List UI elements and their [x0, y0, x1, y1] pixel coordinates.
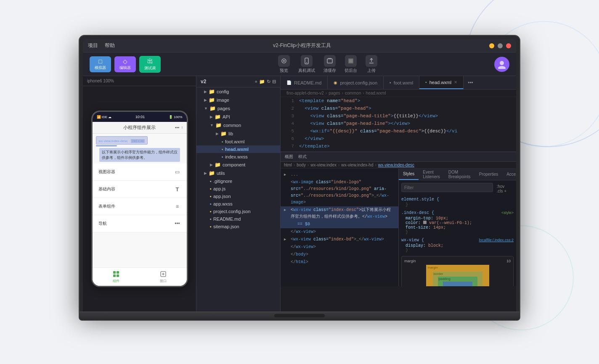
styles-tab-styles[interactable]: Styles: [399, 169, 419, 180]
tree-item-config[interactable]: ▶ 📁 config: [196, 87, 280, 96]
tree-item-image[interactable]: ▶ 📁 image: [196, 96, 280, 104]
console-tool[interactable]: 切后台: [345, 55, 357, 74]
html-crumb-index-hd[interactable]: wx-view.index-hd: [341, 163, 373, 167]
menu-item-project[interactable]: 项目: [88, 42, 98, 49]
wx-view-section: wx-view { localfile:/.index.css:2 displa…: [401, 238, 514, 253]
real-device-tool[interactable]: 真机调试: [298, 55, 315, 74]
phone-list-item-forms[interactable]: 表单组件 ≡: [93, 198, 187, 215]
minimize-button[interactable]: [489, 43, 494, 48]
phone-nav-interface[interactable]: 接口: [140, 270, 187, 283]
wxss-root-icon: ▪: [210, 201, 212, 206]
tree-item-index-wxss[interactable]: ▪ index.wxss: [196, 153, 280, 161]
html-crumb-index-desc[interactable]: wx-view.index-desc: [378, 163, 414, 167]
phone-title-icons: ••• ↑: [175, 125, 183, 130]
tree-item-appjson[interactable]: ▪ app.json: [196, 193, 280, 200]
styles-tab-event-listeners[interactable]: Event Listeners: [419, 169, 444, 180]
json-file-icon: ▪: [210, 194, 212, 199]
svg-point-7: [500, 61, 504, 65]
phone-list-item-nav[interactable]: 导航 •••: [93, 215, 187, 232]
breadcrumb-file[interactable]: head.wxml: [366, 91, 386, 95]
code-line-4: 4 <view class="page-head-line"></view>: [281, 120, 516, 127]
box-model-margin-box: margin - border - padding: [426, 265, 489, 286]
tab-head-wxml[interactable]: ▪ head.wxml ✕: [419, 76, 464, 89]
tree-item-api[interactable]: ▶ 📁 API: [196, 113, 280, 121]
tree-item-pages[interactable]: ▼ 📁 pages: [196, 104, 280, 113]
html-crumb-index[interactable]: wx-view.index: [310, 163, 337, 167]
wx-view-source[interactable]: localfile:/.index.css:2: [479, 238, 514, 243]
html-line-wximage: <wx-image class="index-logo" src="../res…: [281, 179, 398, 206]
breadcrumb-root[interactable]: fino-applet-demo-v2: [286, 91, 324, 95]
svg-rect-6: [349, 59, 353, 63]
html-crumb-html[interactable]: html: [284, 163, 292, 167]
readme-tab-icon: 📄: [286, 80, 292, 85]
menu-item-help[interactable]: 帮助: [105, 42, 115, 49]
tree-item-lib[interactable]: ▶ 📁 lib: [196, 129, 280, 138]
maximize-button[interactable]: [498, 43, 503, 48]
expand-triangle: ▼: [204, 106, 208, 111]
html-line-wxview-bd: ▶ <wx-view class="index-bd">_</wx-view>: [281, 236, 398, 243]
index-desc-section: .index-desc { <style> margin-top: 10px; …: [401, 211, 514, 235]
styles-filter-input[interactable]: [401, 183, 493, 192]
upload-tool[interactable]: 上传: [366, 55, 377, 74]
refresh-icon[interactable]: ↻: [267, 79, 270, 84]
expand-triangle: ▶: [216, 132, 219, 136]
tree-item-foot-wxml[interactable]: ▪ foot.wxml: [196, 138, 280, 145]
breadcrumb-common[interactable]: common: [345, 91, 361, 95]
html-code-view[interactable]: ▶ ... <wx-image class="index-logo" src="…: [281, 169, 398, 286]
html-panel-header: 概图 样式: [281, 152, 516, 162]
tree-item-common[interactable]: ▼ 📁 common: [196, 121, 280, 129]
tab-readme[interactable]: 📄 README.md: [281, 76, 328, 89]
tree-item-appwxss[interactable]: ▪ app.wxss: [196, 200, 280, 208]
html-crumb-body[interactable]: body: [297, 163, 306, 167]
tree-item-head-wxml[interactable]: ▪ head.wxml: [196, 145, 280, 153]
html-label-top: 概图: [283, 153, 295, 161]
file-tree-panel: v2 + 📁 ↻ ⊟ ▶ 📁 config: [196, 76, 281, 311]
test-button[interactable]: 出 测试调: [139, 56, 161, 73]
menu-bar: 项目 帮助: [88, 42, 115, 49]
tab-foot-wxml[interactable]: ▪ foot.wxml: [384, 76, 419, 89]
style-source[interactable]: <style>: [501, 211, 514, 216]
new-folder-icon[interactable]: 📁: [259, 79, 265, 84]
phone-highlight-area: wx-view.index-desc 240 × 44 以下将展示小程序官方组件…: [96, 136, 183, 162]
styles-hov-toggle[interactable]: :hov .cls +: [495, 183, 514, 195]
breadcrumb-pages[interactable]: pages: [329, 91, 340, 95]
new-file-icon[interactable]: +: [255, 79, 257, 84]
phone-list-item-views[interactable]: 视图容器 ▭: [93, 164, 187, 181]
foot-tab-icon: ▪: [390, 80, 391, 85]
folder-icon: 📁: [215, 122, 222, 128]
tree-item-appjs[interactable]: ▪ app.js: [196, 185, 280, 193]
tree-item-gitignore[interactable]: ▪ .gitignore: [196, 177, 280, 185]
editor-button[interactable]: ◇ 编辑器: [114, 56, 136, 72]
tree-item-sitemap[interactable]: ▪ sitemap.json: [196, 223, 280, 230]
file-icon: ▪: [210, 179, 212, 184]
tree-item-project-config[interactable]: ▪ project.config.json: [196, 208, 280, 215]
user-avatar[interactable]: [494, 57, 509, 72]
collapse-icon[interactable]: ⊟: [272, 79, 276, 84]
phone-frame: 📶 IDE ☁ 10:01 🔋 100% 小程序组件展示 ••• ↑: [83, 86, 196, 311]
project-config-icon: ▪: [210, 209, 212, 214]
component-nav-icon: [112, 270, 120, 278]
phone-list-item-basic[interactable]: 基础内容 T: [93, 181, 187, 198]
simulator-button[interactable]: □ 模拟器: [90, 56, 111, 72]
code-editor[interactable]: 1 <template name="head"> 2 <view class="…: [281, 97, 516, 152]
js-file-icon: ▪: [210, 186, 212, 191]
styles-tab-properties[interactable]: Properties: [475, 169, 503, 180]
styles-tab-accessibility[interactable]: Accessibility: [502, 169, 516, 180]
tree-item-component[interactable]: ▶ 📁 component: [196, 161, 280, 169]
close-button[interactable]: [506, 43, 511, 48]
styles-tab-dom-breakpoints[interactable]: DOM Breakpoints: [444, 169, 475, 180]
phone-nav-component[interactable]: 组件: [93, 270, 140, 283]
clear-cache-tool[interactable]: 清缓存: [323, 55, 336, 74]
laptop-base: [79, 312, 520, 321]
preview-tool[interactable]: 预览: [278, 55, 290, 74]
tab-project-config[interactable]: ◉ project.config.json: [328, 76, 384, 89]
tree-item-utils[interactable]: ▶ 📁 utils: [196, 169, 280, 177]
expand-triangle: ▼: [210, 123, 214, 127]
code-line-1: 1 <template name="head">: [281, 97, 516, 105]
tree-item-readme[interactable]: ▪ README.md: [196, 215, 280, 223]
box-model-border-box: border - padding - 240 × 44: [433, 272, 482, 286]
tab-close-button[interactable]: ✕: [454, 80, 457, 84]
element-style-selector: element.style {: [401, 197, 514, 202]
tab-more-button[interactable]: •••: [464, 76, 477, 89]
code-line-3: 3 <view class="page-head-title">{{title}…: [281, 112, 516, 120]
